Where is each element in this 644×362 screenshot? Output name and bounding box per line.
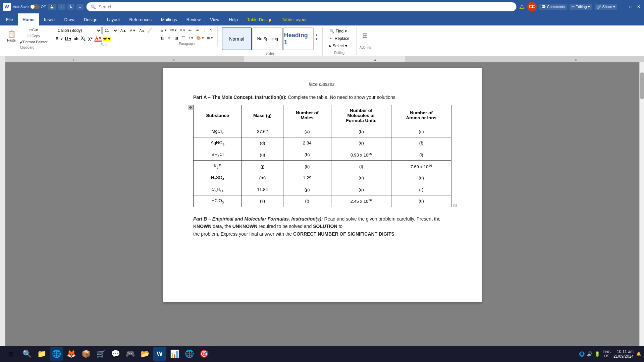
tab-table-design[interactable]: Table Design [243,13,277,25]
find-button[interactable]: 🔍 Find ▾ [328,28,351,34]
table-row: HClO3 (s) (t) 2.45 x 1026 (u) [194,195,451,207]
taskbar-word[interactable]: W [153,347,166,361]
clear-format-button[interactable]: 🧹 [146,27,153,34]
part-b-end: to [338,224,342,229]
system-clock: 10:11 am 21/09/2024 [613,349,634,359]
styles-scroll-up[interactable]: ▲ [315,33,318,37]
show-formatting-button[interactable]: ¶ [208,27,215,34]
subscript-button[interactable]: X2 [80,36,87,41]
maximize-button[interactable]: □ [628,4,633,9]
table-resize-handle[interactable] [453,204,457,207]
taskbar-chrome[interactable]: 🌐 [182,347,196,361]
sort-button[interactable]: ↕ [201,27,208,34]
mass-j: (j) [242,161,283,172]
highlight-button[interactable]: ✏ ▾ [103,37,110,41]
style-no-spacing[interactable]: No Spacing [253,27,283,50]
replace-button[interactable]: ↔ Replace [328,36,351,42]
taskbar-dropbox[interactable]: 📦 [79,347,93,361]
share-button[interactable]: 🔗 Share ▾ [595,4,617,10]
align-right-button[interactable]: ◨ [173,35,180,41]
col-mass: Mass (g) [242,105,283,126]
strikethrough-button[interactable]: ab [73,37,79,41]
document-scroll[interactable]: face classes. Part A – The Mole Concept.… [5,62,639,355]
bullet-list-button[interactable]: ☰ ▾ [159,27,168,34]
taskbar-amazon[interactable]: 🛒 [94,347,107,361]
comments-button[interactable]: 💬 Comments [539,4,567,10]
intro-paragraph: face classes. [193,81,451,88]
save-button[interactable]: 💾 [48,4,56,10]
multilevel-list-button[interactable]: ≡ ▾ [178,27,186,34]
tab-references[interactable]: References [124,13,156,25]
format-painter-button[interactable]: 🖌 Format Painter [18,39,49,45]
table-move-handle[interactable]: ✛ [188,105,193,110]
taskbar-powerpoint[interactable]: 📊 [168,347,181,361]
tab-mailings[interactable]: Mailings [156,13,182,25]
bold-button[interactable]: B [55,37,60,41]
scrollbar-thumb[interactable] [640,72,644,99]
borders-button[interactable]: ⊞ ▾ [206,35,214,41]
font-family-select[interactable]: Calibri (Body) [55,27,102,34]
underline-button[interactable]: U ▾ [64,37,72,41]
tab-home[interactable]: Home [18,13,39,25]
ribbon-tabs: File Home Insert Draw Design Layout Refe… [0,13,644,25]
tab-file[interactable]: File [1,13,18,25]
notification-icon[interactable]: 🔔 [636,352,641,356]
redo-button[interactable]: ↻ [67,4,74,10]
close-button[interactable]: ✕ [636,4,641,9]
superscript-button[interactable]: X2 [87,36,94,42]
autosave-toggle[interactable] [30,4,40,9]
taskbar-firefox[interactable]: 🦊 [64,347,78,361]
copy-button[interactable]: 📄 Copy [18,33,49,39]
tab-insert[interactable]: Insert [39,13,60,25]
addins-group: ⊞ Add-ins [357,27,374,50]
tab-design[interactable]: Design [79,13,102,25]
tab-layout[interactable]: Layout [102,13,124,25]
tab-table-layout[interactable]: Table Layout [277,13,311,25]
shrink-font-button[interactable]: A▼ [128,27,137,34]
title-bar-right: ⚠ CC 💬 Comments ✏ Editing ▾ 🔗 Share ▾ ─ … [519,2,641,11]
increase-indent-button[interactable]: ⇥ [194,27,201,34]
style-heading1[interactable]: Heading 1 [283,27,314,50]
decrease-indent-button[interactable]: ⇤ [187,27,194,34]
justify-button[interactable]: ☰ [180,35,187,41]
taskbar-teams[interactable]: 💬 [109,347,122,361]
tab-view[interactable]: View [205,13,224,25]
paste-button[interactable]: 📋 Paste [5,27,17,45]
align-left-button[interactable]: ◧ [159,35,166,41]
scrollbar[interactable] [639,62,644,355]
tab-help[interactable]: Help [224,13,243,25]
search-bar[interactable]: 🔍 Search [86,2,516,11]
taskbar-search[interactable]: 🔍 [20,347,34,361]
start-button[interactable]: ⊞ [3,346,19,362]
customize-btn[interactable]: ⌄ [76,4,84,10]
font-size-select[interactable]: 11 [102,27,118,34]
styles-expand[interactable]: ⌄ [315,41,318,45]
taskbar-edge[interactable]: 🌐 [50,347,63,361]
taskbar-gaming[interactable]: 🎮 [123,347,137,361]
taskbar-files[interactable]: 📁 [35,347,48,361]
undo-button[interactable]: ↩ [58,4,65,10]
line-spacing-button[interactable]: ↕ ▾ [187,35,195,41]
shading-button[interactable]: 🎨 ▾ [195,35,205,41]
select-button[interactable]: ▸ Select ▾ [328,43,351,49]
tab-draw[interactable]: Draw [60,13,79,25]
case-button[interactable]: Aa [138,27,145,34]
cut-button[interactable]: ✂ Cut [18,27,49,33]
addins-button[interactable]: ⊞ [359,27,371,45]
moles-h: (h) [283,149,331,161]
font-color-button[interactable]: A ▾ [94,36,102,42]
taskbar-chrome2[interactable]: 🎯 [197,347,211,361]
molecules-b: (b) [331,126,391,137]
italic-button[interactable]: I [60,37,63,41]
tab-review[interactable]: Review [182,13,206,25]
grow-font-button[interactable]: A▲ [119,27,128,34]
align-center-button[interactable]: ≡ [166,35,173,41]
minimize-button[interactable]: ─ [620,4,625,9]
editing-button[interactable]: ✏ Editing ▾ [570,4,592,10]
style-normal[interactable]: Normal [222,27,252,50]
clipboard-group: 📋 Paste ✂ Cut 📄 Copy 🖌 Format Painter Cl… [3,27,52,50]
styles-scroll-down[interactable]: ▼ [315,37,318,41]
numbered-list-button[interactable]: ≡# ▾ [168,27,178,34]
title-bar-left: W AutoSave Off 💾 ↩ ↻ ⌄ [3,3,84,11]
taskbar-folder[interactable]: 📂 [138,347,152,361]
